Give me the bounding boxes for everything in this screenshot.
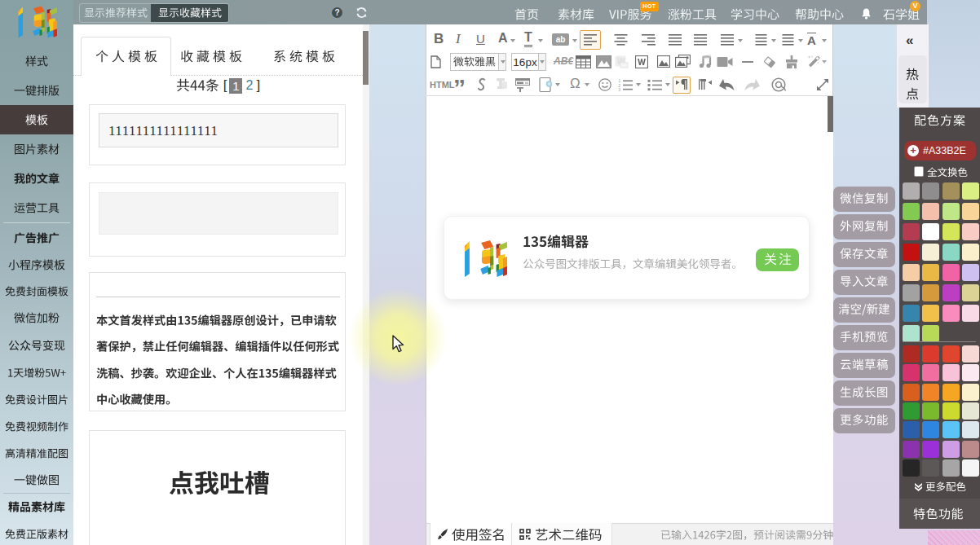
svg-text:3: 3 bbox=[619, 88, 621, 91]
